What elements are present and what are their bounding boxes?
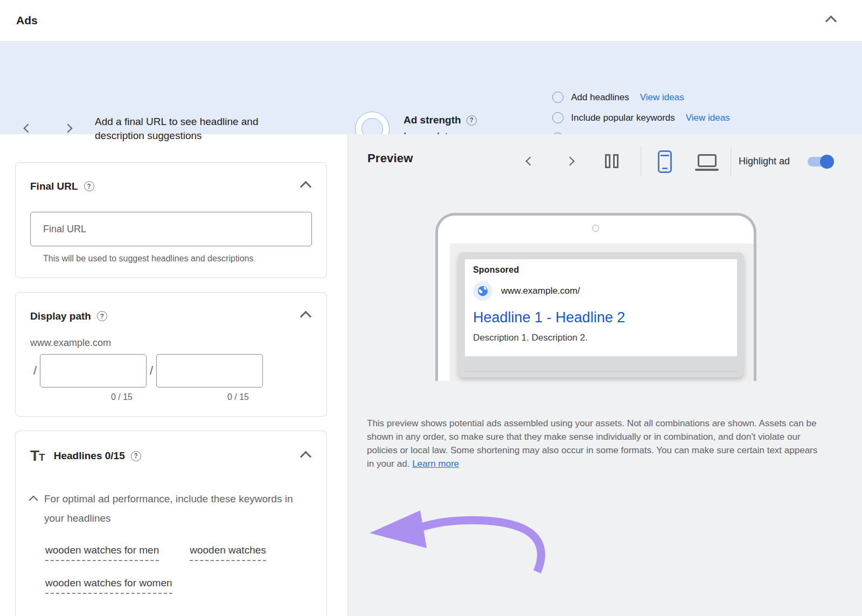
chevron-right-icon: [566, 157, 575, 166]
headlines-card: TT Headlines 0/15 For optimal ad perform…: [15, 431, 327, 616]
chevron-up-icon: [825, 15, 837, 26]
view-ideas-link[interactable]: View ideas: [640, 92, 684, 103]
sponsored-label: Sponsored: [473, 265, 729, 275]
chevron-right-icon: [64, 124, 73, 133]
path-separator: /: [30, 354, 40, 378]
collapse-display-path-button[interactable]: [300, 309, 312, 323]
chevron-up-icon: [300, 181, 311, 192]
checklist-item-add-headlines: Add headlines View ideas: [552, 91, 730, 104]
final-url-input[interactable]: [30, 212, 312, 246]
ads-section-header: Ads: [0, 0, 862, 41]
final-url-title: Final URL: [30, 181, 78, 192]
ad-display-url: www.example.com/: [501, 286, 580, 296]
highlight-ad-toggle[interactable]: [808, 157, 832, 167]
tablet-mockup: Sponsored www.example.com/: [435, 213, 756, 381]
toggle-thumb: [820, 155, 834, 169]
ad-preview-card: Sponsored www.example.com/: [458, 252, 744, 377]
ad-editor-panel: Final URL This will be used to suggest h…: [0, 134, 348, 616]
display-path-title: Display path: [30, 310, 91, 322]
collapse-keywords-button[interactable]: [30, 496, 37, 528]
help-icon[interactable]: [84, 181, 94, 191]
purple-arrow-icon: [366, 505, 547, 576]
path-2-counter: 0 / 15: [227, 392, 249, 402]
preview-pages-icon[interactable]: [605, 154, 618, 168]
help-icon[interactable]: [131, 451, 141, 461]
keyword-suggestions: wooden watches for men wooden watches wo…: [45, 544, 317, 594]
headlines-format-icon: TT: [30, 447, 45, 465]
mobile-preview-button[interactable]: [658, 150, 672, 173]
laptop-icon: [698, 154, 717, 167]
display-path-input-2[interactable]: [156, 354, 263, 387]
collapse-final-url-button[interactable]: [300, 179, 312, 193]
globe-icon: [473, 281, 492, 301]
preview-disclaimer: This preview shows potential ads assembl…: [367, 417, 824, 470]
display-path-domain: www.example.com: [30, 337, 312, 349]
camera-dot-icon: [592, 225, 599, 232]
divider: [641, 146, 641, 176]
preview-title: Preview: [367, 151, 413, 165]
suggestion-text: Add a final URL to see headline and desc…: [95, 115, 295, 143]
ad-description: Description 1. Description 2.: [473, 333, 729, 343]
help-icon[interactable]: [97, 311, 107, 321]
help-icon[interactable]: [467, 115, 477, 126]
next-suggestion-button[interactable]: [65, 124, 71, 134]
chevron-up-icon: [300, 451, 311, 462]
page-title: Ads: [16, 14, 38, 27]
collapse-section-button[interactable]: [824, 12, 838, 29]
headlines-title: Headlines 0/15: [54, 450, 125, 462]
empty-check-circle-icon: [552, 92, 564, 103]
chevron-up-icon: [300, 311, 311, 322]
path-separator: /: [147, 354, 156, 378]
suggestions-banner: Add a final URL to see headline and desc…: [0, 41, 862, 134]
chevron-left-icon: [526, 157, 535, 166]
learn-more-link[interactable]: Learn more: [412, 459, 459, 469]
highlight-ad-label: Highlight ad: [739, 156, 790, 167]
view-ideas-link[interactable]: View ideas: [686, 113, 730, 123]
display-path-card: Display path www.example.com / 0 / 15 / …: [15, 292, 327, 417]
display-path-input-1[interactable]: [40, 354, 147, 387]
final-url-helper-text: This will be used to suggest headlines a…: [43, 254, 312, 264]
keyword-chip[interactable]: wooden watches for women: [45, 577, 172, 594]
keywords-hint-text: For optimal ad performance, include thes…: [44, 489, 312, 528]
checklist-item-popular-keywords: Include popular keywords View ideas: [552, 111, 730, 124]
empty-check-circle-icon: [552, 112, 564, 123]
keyword-chip[interactable]: wooden watches: [190, 544, 266, 561]
preview-panel: Preview Highlight ad Sponsored: [348, 134, 862, 616]
next-preview-button[interactable]: [567, 157, 573, 167]
previous-suggestion-button[interactable]: [25, 124, 31, 134]
ad-strength-label: Ad strength: [404, 114, 461, 126]
previous-preview-button[interactable]: [527, 157, 533, 167]
ad-headline: Headline 1 - Headline 2: [473, 309, 729, 326]
desktop-preview-button[interactable]: [695, 154, 719, 171]
divider: [465, 371, 737, 372]
collapse-headlines-button[interactable]: [300, 449, 312, 463]
keyword-chip[interactable]: wooden watches for men: [45, 544, 159, 561]
chevron-left-icon: [24, 124, 33, 133]
divider: [731, 146, 731, 176]
final-url-card: Final URL This will be used to suggest h…: [15, 162, 327, 278]
path-1-counter: 0 / 15: [111, 392, 133, 402]
chevron-up-icon: [29, 496, 38, 505]
